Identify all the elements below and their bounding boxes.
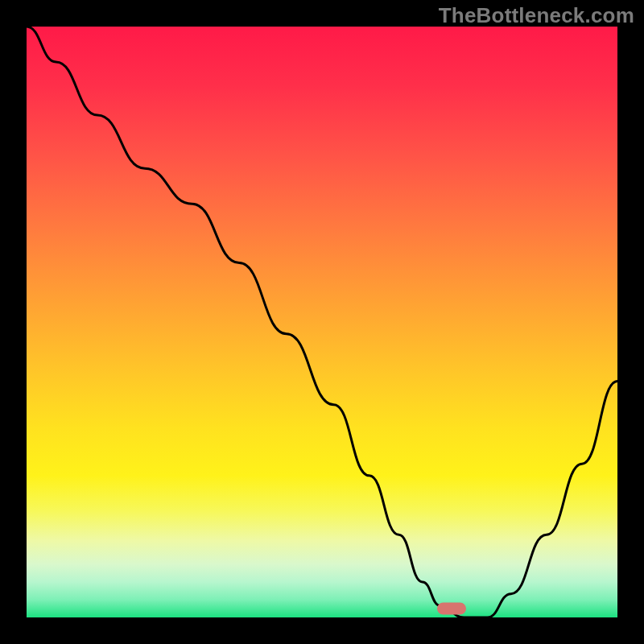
plot-area bbox=[27, 27, 617, 617]
optimal-point-marker bbox=[437, 602, 466, 614]
chart-frame: TheBottleneck.com bbox=[0, 0, 644, 644]
bottleneck-curve bbox=[27, 27, 617, 617]
site-watermark: TheBottleneck.com bbox=[439, 3, 634, 28]
